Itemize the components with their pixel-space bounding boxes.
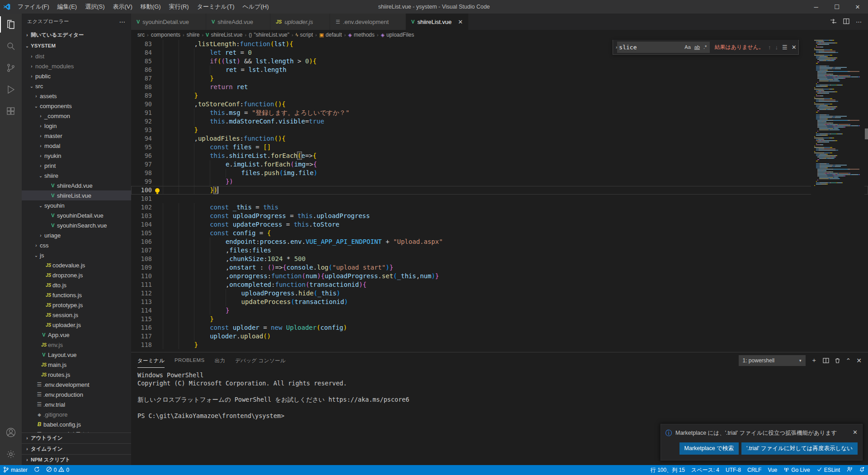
code-line[interactable]: 91 this.msg = "登録します。よろしいですか？" <box>131 109 868 117</box>
panel-tab-デバッグ コンソール[interactable]: デバッグ コンソール <box>235 353 286 368</box>
find-close-icon[interactable]: ✕ <box>792 44 797 51</box>
code-line[interactable]: 93 } <box>131 126 868 134</box>
tab-syouhinDetail-vue[interactable]: VsyouhinDetail.vue✕ <box>131 14 206 30</box>
menu-help[interactable]: ヘルプ(H) <box>239 0 273 14</box>
code-line[interactable]: 108 ,chunkSize:1024 * 500 <box>131 255 868 263</box>
minimap[interactable] <box>811 40 864 352</box>
tree-item[interactable]: ›print <box>22 161 131 171</box>
breadcrumb-item[interactable]: ϟscript <box>296 32 313 38</box>
panel-tab-出力[interactable]: 出力 <box>214 353 225 368</box>
tree-item[interactable]: ›_common <box>22 111 131 121</box>
code-line[interactable]: 85 if((lst) && lst.length > 0){ <box>131 57 868 66</box>
regex-icon[interactable]: .* <box>702 43 708 51</box>
workspace-root-section[interactable]: ⌄ YSYSTEM <box>22 40 131 51</box>
code-line[interactable]: 103 const uploadProgress = this.uploadPr… <box>131 212 868 220</box>
menu-edit[interactable]: 編集(E) <box>53 0 81 14</box>
code-line[interactable]: 96 this.shiireList.forEach(e=>{ <box>131 152 868 160</box>
menu-go[interactable]: 移動(G) <box>137 0 165 14</box>
tree-item[interactable]: VshiireAdd.vue <box>22 180 131 190</box>
minimize-button[interactable]: ─ <box>806 0 826 14</box>
eol-status[interactable]: CRLF <box>744 465 764 475</box>
split-terminal-icon[interactable] <box>823 357 829 364</box>
code-line[interactable]: 113 updateProcess(transactionid) <box>131 298 868 306</box>
code-line[interactable]: 100 }) <box>131 186 868 195</box>
breadcrumb[interactable]: src›components›shiire›VshiireList.vue›{}… <box>131 30 868 40</box>
panel-tab-ターミナル[interactable]: ターミナル <box>137 353 165 368</box>
tab-shiireAdd-vue[interactable]: VshiireAdd.vue✕ <box>206 14 270 30</box>
tree-item[interactable]: ›dist <box>22 51 131 61</box>
go-live-status[interactable]: Go Live <box>780 465 813 475</box>
tab-shiireList-vue[interactable]: VshiireList.vue✕ <box>406 14 469 30</box>
breadcrumb-item[interactable]: ◈uploadFiles <box>381 32 414 38</box>
marketplace-search-button[interactable]: Marketplace で検索 <box>679 442 739 455</box>
sync-status[interactable] <box>31 465 43 475</box>
tree-item[interactable]: Bbabel.config.js <box>22 419 131 429</box>
tree-item[interactable]: VApp.vue <box>22 330 131 340</box>
code-line[interactable]: 89 } <box>131 91 868 100</box>
find-in-selection-icon[interactable]: ☰ <box>782 44 788 51</box>
tree-item[interactable]: ⌄syouhin <box>22 200 131 210</box>
menu-selection[interactable]: 選択(S) <box>81 0 108 14</box>
cursor-position-status[interactable]: 行 100、列 15 <box>647 465 688 475</box>
indentation-status[interactable]: スペース: 4 <box>688 465 722 475</box>
tree-item[interactable]: JScodevalue.js <box>22 260 131 270</box>
match-case-icon[interactable]: Aa <box>683 43 692 51</box>
open-changes-icon[interactable] <box>830 18 837 26</box>
panel-tab-PROBLEMS[interactable]: PROBLEMS <box>175 353 204 368</box>
notifications-bell[interactable] <box>856 465 868 475</box>
code-line[interactable]: 111 ,oncompleted:function(transactionid)… <box>131 280 868 289</box>
code-line[interactable]: 104 const updateProcess = this.toStore <box>131 220 868 229</box>
tree-item[interactable]: JSmain.js <box>22 360 131 370</box>
tree-item[interactable]: JSenv.js <box>22 340 131 350</box>
lightbulb-icon[interactable] <box>155 188 160 193</box>
activity-run-debug-icon[interactable] <box>0 79 22 100</box>
code-line[interactable]: 105 const config = { <box>131 229 868 238</box>
menu-view[interactable]: 表示(V) <box>109 0 137 14</box>
language-mode-status[interactable]: Vue <box>764 465 780 475</box>
tree-item[interactable]: ◆.gitignore <box>22 409 131 419</box>
tree-item[interactable]: ›modal <box>22 141 131 151</box>
eslint-status[interactable]: ESLint <box>813 465 843 475</box>
code-line[interactable]: 92 this.mdaStoreConf.visible=true <box>131 117 868 126</box>
tab--env-development[interactable]: ☰.env.development✕ <box>330 14 406 30</box>
section-timeline[interactable]: ›タイムライン <box>22 443 131 454</box>
encoding-status[interactable]: UTF-8 <box>722 465 744 475</box>
code-line[interactable]: 109 ,onstart : ()=>{console.log("upload … <box>131 263 868 272</box>
close-panel-icon[interactable]: ✕ <box>856 357 862 364</box>
tree-item[interactable]: VLayout.vue <box>22 350 131 360</box>
tree-item[interactable]: VsyouhinDetail.vue <box>22 210 131 220</box>
tree-item[interactable]: JSfunctions.js <box>22 290 131 300</box>
tree-item[interactable]: ›login <box>22 121 131 131</box>
code-line[interactable]: 97 e.imgList.forEach(img=>{ <box>131 160 868 169</box>
code-line[interactable]: 102 const _this = this <box>131 203 868 212</box>
menu-terminal[interactable]: ターミナル(T) <box>193 0 239 14</box>
tree-item[interactable]: ☰.env.development <box>22 380 131 390</box>
more-actions-icon[interactable]: ⋯ <box>119 18 126 25</box>
tree-item[interactable]: ☰.env.production <box>22 390 131 399</box>
code-line[interactable]: 95 const files = [] <box>131 143 868 152</box>
tree-item[interactable]: ›nyukin <box>22 151 131 161</box>
activity-explorer-icon[interactable] <box>0 14 22 35</box>
code-line[interactable]: 90 ,toStoreConf:function(){ <box>131 100 868 109</box>
code-line[interactable]: 116 const uploder = new Uploader(config) <box>131 323 868 332</box>
problems-status[interactable]: 00 <box>43 465 72 475</box>
code-line[interactable]: 88 return ret <box>131 83 868 91</box>
find-next-icon[interactable]: ↓ <box>775 44 778 51</box>
tree-item[interactable]: ›css <box>22 240 131 250</box>
kill-terminal-icon[interactable] <box>835 357 840 364</box>
tree-item[interactable]: ›master <box>22 131 131 141</box>
breadcrumb-item[interactable]: shiire <box>187 32 200 38</box>
new-terminal-icon[interactable]: ＋ <box>811 356 817 365</box>
section-outline[interactable]: ›アウトライン <box>22 432 131 443</box>
tree-item[interactable]: JSprototype.js <box>22 300 131 310</box>
tree-item[interactable]: JSuploader.js <box>22 320 131 330</box>
code-editor[interactable]: 83 ,listLength:function(lst){84 let ret … <box>131 40 868 352</box>
breadcrumb-item[interactable]: ▣default <box>319 32 342 38</box>
code-line[interactable]: 99 }) <box>131 177 868 186</box>
breadcrumb-item[interactable]: src <box>137 32 145 38</box>
split-editor-icon[interactable] <box>843 18 849 26</box>
code-line[interactable]: 114 } <box>131 306 868 315</box>
terminal-output[interactable]: Windows PowerShellCopyright (C) Microsof… <box>131 368 868 420</box>
find-input[interactable] <box>619 44 682 51</box>
tree-item[interactable]: ⌄js <box>22 250 131 260</box>
